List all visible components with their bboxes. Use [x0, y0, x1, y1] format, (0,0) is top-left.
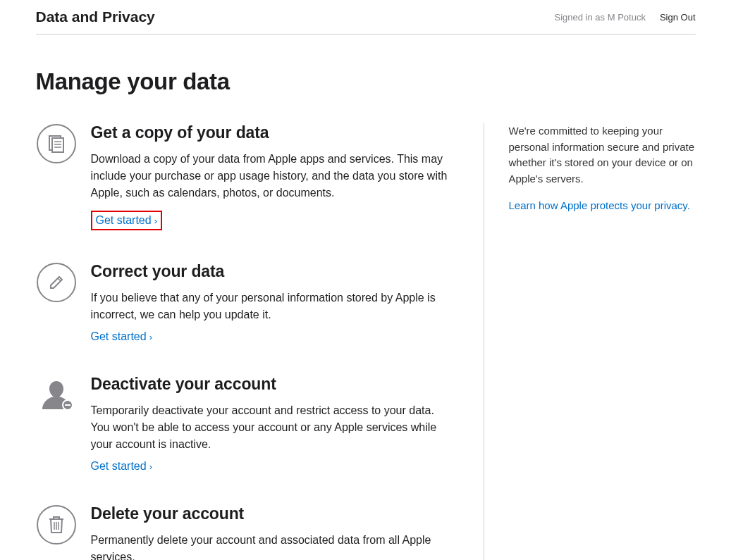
content-wrapper: Get a copy of your data Download a copy … [36, 123, 696, 560]
sidebar-text: We're committed to keeping your personal… [509, 123, 696, 187]
section-copy-title: Get a copy of your data [91, 123, 448, 142]
get-started-deactivate-link[interactable]: Get started › [91, 460, 153, 473]
page-header: Data and Privacy Signed in as M Potuck S… [36, 0, 696, 35]
section-copy-description: Download a copy of your data from Apple … [91, 151, 448, 201]
section-delete-content: Delete your account Permanently delete y… [91, 504, 448, 560]
section-correct-content: Correct your data If you believe that an… [91, 262, 448, 343]
sign-out-link[interactable]: Sign Out [660, 12, 696, 23]
section-correct-description: If you believe that any of your personal… [91, 290, 448, 323]
section-copy-content: Get a copy of your data Download a copy … [91, 123, 448, 230]
header-right: Signed in as M Potuck Sign Out [555, 12, 696, 23]
section-deactivate-title: Deactivate your account [91, 375, 448, 394]
get-started-copy-link[interactable]: Get started › [96, 214, 158, 227]
link-label: Get started [91, 460, 147, 473]
main-content: Get a copy of your data Download a copy … [36, 123, 484, 560]
link-label: Get started [91, 330, 147, 343]
link-label: Get started [96, 214, 152, 227]
trash-icon [36, 504, 77, 545]
user-minus-icon [36, 375, 77, 416]
section-delete-account: Delete your account Permanently delete y… [36, 504, 448, 560]
section-correct-data: Correct your data If you believe that an… [36, 262, 448, 343]
learn-privacy-link[interactable]: Learn how Apple protects your privacy. [509, 199, 690, 211]
chevron-right-icon: › [149, 461, 152, 472]
section-copy-data: Get a copy of your data Download a copy … [36, 123, 448, 230]
section-deactivate-content: Deactivate your account Temporarily deac… [91, 375, 448, 473]
chevron-right-icon: › [154, 216, 157, 226]
pencil-icon [36, 262, 77, 303]
header-title: Data and Privacy [36, 8, 155, 25]
highlight-box: Get started › [91, 211, 163, 230]
section-delete-title: Delete your account [91, 504, 448, 523]
sidebar: We're committed to keeping your personal… [484, 123, 696, 560]
svg-rect-1 [52, 138, 63, 152]
section-delete-description: Permanently delete your account and asso… [91, 532, 448, 560]
signed-in-label: Signed in as M Potuck [555, 12, 646, 23]
chevron-right-icon: › [149, 332, 152, 342]
section-deactivate-account: Deactivate your account Temporarily deac… [36, 375, 448, 473]
page-heading: Manage your data [36, 68, 696, 95]
section-correct-title: Correct your data [91, 262, 448, 281]
get-started-correct-link[interactable]: Get started › [91, 330, 153, 343]
documents-icon [36, 123, 77, 164]
section-deactivate-description: Temporarily deactivate your account and … [91, 402, 448, 453]
